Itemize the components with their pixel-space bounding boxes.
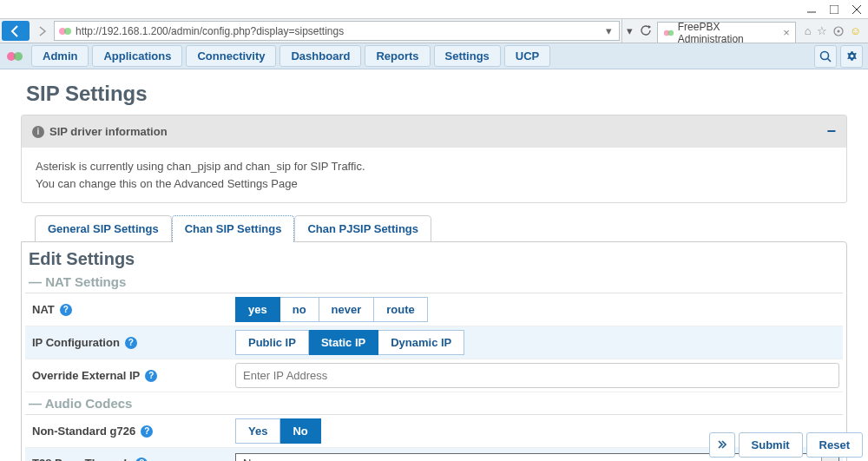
- app-nav-bar: Admin Applications Connectivity Dashboar…: [0, 43, 868, 69]
- svg-point-9: [668, 30, 674, 35]
- row-ip-config: IP Configuration? Public IP Static IP Dy…: [25, 326, 843, 359]
- chevron-right-icon: [717, 440, 727, 449]
- ipcfg-button-group: Public IP Static IP Dynamic IP: [235, 330, 464, 355]
- submit-button[interactable]: Submit: [739, 432, 803, 458]
- help-icon[interactable]: ?: [135, 458, 148, 462]
- svg-rect-1: [830, 5, 838, 14]
- nat-option-never[interactable]: never: [319, 297, 375, 322]
- ipcfg-public[interactable]: Public IP: [235, 330, 309, 355]
- home-icon[interactable]: ⌂: [805, 24, 812, 37]
- favicon-icon: [58, 25, 72, 37]
- info-panel: i SIP driver information − Asterisk is c…: [21, 115, 847, 203]
- row-override-ip: Override External IP?: [25, 359, 843, 392]
- url-dropdown-icon[interactable]: ▾: [602, 24, 615, 37]
- arrow-left-icon: [9, 24, 23, 38]
- collapse-icon[interactable]: −: [826, 122, 836, 141]
- help-icon[interactable]: ?: [141, 425, 153, 438]
- action-expand-button[interactable]: [709, 432, 735, 458]
- tab-panel: Edit Settings NAT Settings NAT? yes no n…: [21, 241, 847, 461]
- nav-dashboard[interactable]: Dashboard: [279, 45, 361, 67]
- nav-admin[interactable]: Admin: [31, 45, 89, 67]
- window-titlebar: [0, 0, 868, 19]
- info-text-2: You can change this on the Advanced Sett…: [36, 175, 832, 193]
- smiley-icon[interactable]: ☺: [850, 24, 861, 37]
- section-nat-heading[interactable]: NAT Settings: [25, 271, 843, 293]
- edit-settings-title: Edit Settings: [25, 246, 843, 271]
- browser-url-input[interactable]: [76, 25, 602, 37]
- main-content: SIP Settings i SIP driver information − …: [0, 69, 868, 461]
- arrow-right-icon: [36, 25, 49, 37]
- g726-yes[interactable]: Yes: [235, 418, 280, 444]
- action-bar: Submit Reset: [709, 432, 863, 458]
- svg-point-5: [64, 28, 71, 35]
- browser-address-bar: ▾ ▾ FreePBX Administration × ⌂ ☆ ☺: [0, 19, 868, 43]
- info-panel-header[interactable]: i SIP driver information −: [22, 115, 846, 148]
- browser-refresh-button[interactable]: [636, 19, 657, 43]
- search-icon: [819, 50, 832, 63]
- info-panel-title: SIP driver information: [49, 125, 168, 138]
- reset-button[interactable]: Reset: [806, 432, 863, 458]
- browser-url-box[interactable]: ▾: [54, 21, 620, 41]
- label-ip-config: IP Configuration: [32, 336, 120, 349]
- label-override-ip: Override External IP: [32, 369, 140, 382]
- browser-search-icon[interactable]: ▾: [621, 19, 636, 43]
- svg-point-16: [850, 55, 853, 58]
- info-panel-body: Asterisk is currently using chan_pjsip a…: [22, 148, 846, 202]
- svg-point-14: [821, 51, 829, 59]
- window-close-button[interactable]: [845, 1, 868, 18]
- override-ip-input[interactable]: [235, 363, 839, 388]
- help-icon[interactable]: ?: [125, 337, 137, 349]
- browser-tab-title: FreePBX Administration: [678, 21, 780, 45]
- nav-connectivity[interactable]: Connectivity: [186, 45, 276, 67]
- nav-ucp[interactable]: UCP: [504, 45, 550, 67]
- help-icon[interactable]: ?: [60, 304, 72, 316]
- svg-point-11: [837, 30, 839, 32]
- label-t38: T38 Pass-Through: [32, 457, 130, 461]
- refresh-icon: [641, 25, 652, 36]
- nav-applications[interactable]: Applications: [92, 45, 182, 67]
- nat-option-route[interactable]: route: [374, 297, 428, 322]
- app-logo-icon[interactable]: [5, 47, 24, 66]
- label-nat: NAT: [32, 303, 55, 316]
- nat-button-group: yes no never route: [235, 297, 428, 322]
- favorites-icon[interactable]: ☆: [817, 24, 827, 37]
- ipcfg-dynamic[interactable]: Dynamic IP: [378, 330, 464, 355]
- ipcfg-static[interactable]: Static IP: [309, 330, 378, 355]
- tab-close-button[interactable]: ×: [783, 26, 790, 39]
- nav-settings[interactable]: Settings: [434, 45, 501, 67]
- browser-forward-button[interactable]: [31, 19, 54, 43]
- nav-reports[interactable]: Reports: [365, 45, 430, 67]
- g726-button-group: Yes No: [235, 418, 321, 444]
- window-minimize-button[interactable]: [800, 1, 823, 18]
- help-icon[interactable]: ?: [145, 370, 157, 382]
- favicon-icon: [663, 28, 674, 38]
- page-title: SIP Settings: [26, 82, 847, 106]
- svg-line-15: [828, 58, 832, 62]
- nav-search-button[interactable]: [814, 45, 837, 68]
- nat-option-no[interactable]: no: [280, 297, 319, 322]
- label-g726: Non-Standard g726: [32, 425, 135, 438]
- gear-icon: [845, 49, 858, 63]
- browser-tab[interactable]: FreePBX Administration ×: [657, 22, 796, 43]
- settings-tabs: General SIP Settings Chan SIP Settings C…: [35, 215, 842, 242]
- row-nat: NAT? yes no never route: [25, 293, 843, 326]
- info-text-1: Asterisk is currently using chan_pjsip a…: [36, 158, 832, 175]
- tab-chan-sip[interactable]: Chan SIP Settings: [172, 215, 295, 242]
- tab-general-sip[interactable]: General SIP Settings: [35, 215, 172, 242]
- nav-settings-button[interactable]: [840, 45, 863, 68]
- nat-option-yes[interactable]: yes: [235, 297, 280, 322]
- window-maximize-button[interactable]: [823, 1, 845, 18]
- section-audio-heading[interactable]: Audio Codecs: [25, 392, 843, 415]
- browser-back-button[interactable]: [2, 21, 30, 41]
- g726-no[interactable]: No: [280, 418, 320, 444]
- info-icon: i: [32, 126, 44, 138]
- settings-gear-icon[interactable]: [832, 25, 845, 37]
- tab-chan-pjsip[interactable]: Chan PJSIP Settings: [294, 215, 431, 242]
- svg-point-13: [14, 52, 23, 61]
